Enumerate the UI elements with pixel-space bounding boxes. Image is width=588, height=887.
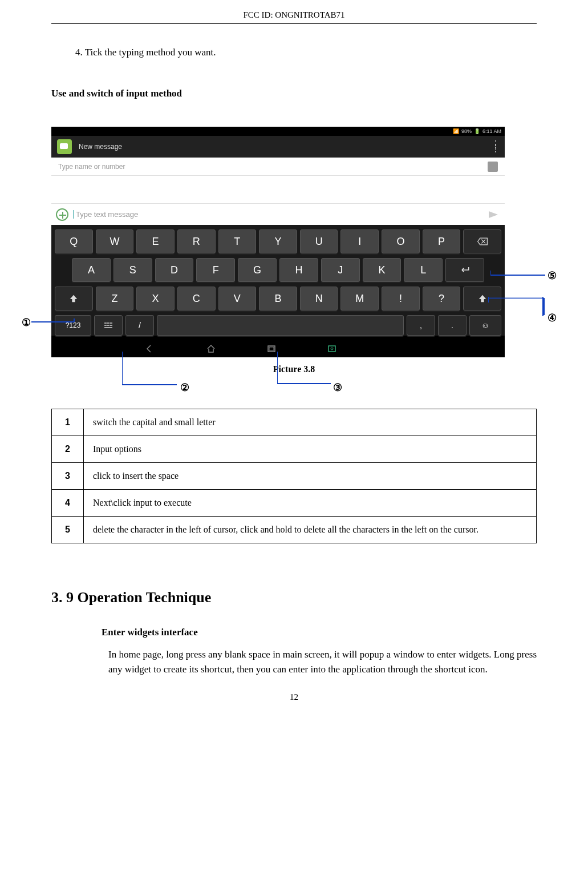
key-shift-right[interactable] — [463, 287, 501, 311]
callout-3: ③ — [333, 381, 342, 394]
key-o[interactable]: O — [382, 229, 420, 253]
key-s[interactable]: S — [113, 258, 152, 282]
table-row: 3 click to insert the space — [52, 463, 537, 490]
table-row: 2 Input options — [52, 436, 537, 463]
svg-rect-8 — [104, 322, 107, 324]
compose-bar: Type text message — [51, 203, 505, 225]
key-slash[interactable]: / — [125, 315, 154, 336]
keyboard-row-4: ?123 / , . ☺ — [55, 315, 501, 336]
body-paragraph: In home page, long press any blank space… — [108, 647, 537, 676]
key-v[interactable]: V — [218, 287, 257, 311]
key-w[interactable]: W — [96, 229, 134, 253]
key-question[interactable]: ? — [423, 287, 461, 311]
send-icon[interactable] — [489, 211, 498, 218]
shift-icon — [68, 294, 79, 303]
figure-caption: Picture 3.8 — [51, 364, 537, 374]
contact-picker-icon[interactable] — [488, 162, 498, 172]
key-n[interactable]: N — [300, 287, 338, 311]
key-f[interactable]: F — [196, 258, 235, 282]
legend-num: 5 — [52, 517, 84, 543]
legend-num: 2 — [52, 436, 84, 463]
status-time: 6:11 AM — [482, 128, 501, 134]
key-j[interactable]: J — [321, 258, 360, 282]
nav-bar — [51, 340, 505, 357]
key-space[interactable] — [157, 315, 404, 336]
recipient-placeholder: Type name or number — [58, 163, 488, 171]
legend-table: 1 switch the capital and small letter 2 … — [51, 409, 537, 543]
key-i[interactable]: I — [340, 229, 379, 253]
sub-heading: Enter widgets interface — [102, 627, 537, 638]
key-comma[interactable]: , — [407, 315, 435, 336]
callout-5: ⑤ — [548, 269, 557, 282]
key-period[interactable]: . — [438, 315, 467, 336]
page-header: FCC ID: ONGNITROTAB71 — [51, 0, 537, 24]
key-input-options[interactable] — [94, 315, 123, 336]
key-b[interactable]: B — [259, 287, 297, 311]
nav-recent-icon[interactable] — [267, 345, 276, 353]
svg-rect-12 — [107, 325, 110, 326]
key-p[interactable]: P — [423, 229, 461, 253]
app-bar: New message ⋮⋮ — [51, 136, 505, 158]
backspace-icon — [477, 237, 488, 246]
key-l[interactable]: L — [404, 258, 443, 282]
legend-desc: Next\click input to execute — [84, 490, 537, 517]
step-text: 4. Tick the typing method you want. — [75, 47, 537, 58]
key-m[interactable]: M — [340, 287, 379, 311]
svg-rect-11 — [104, 325, 107, 326]
key-r[interactable]: R — [177, 229, 216, 253]
key-h[interactable]: H — [279, 258, 318, 282]
callout-1: ① — [22, 316, 31, 329]
key-k[interactable]: K — [363, 258, 402, 282]
keyboard-row-1: Q W E R T Y U I O P — [55, 229, 501, 253]
callout-2: ② — [180, 381, 189, 394]
table-row: 1 switch the capital and small letter — [52, 409, 537, 436]
message-body-area — [51, 176, 505, 203]
legend-desc: click to insert the space — [84, 463, 537, 490]
key-enter[interactable] — [445, 258, 484, 282]
legend-num: 4 — [52, 490, 84, 517]
key-a[interactable]: A — [72, 258, 111, 282]
messaging-icon[interactable] — [57, 139, 72, 154]
svg-rect-10 — [110, 322, 112, 324]
page-number: 12 — [0, 692, 588, 713]
key-u[interactable]: U — [300, 229, 338, 253]
app-title: New message — [79, 143, 484, 151]
key-c[interactable]: C — [177, 287, 216, 311]
enter-icon — [459, 265, 471, 275]
key-t[interactable]: T — [218, 229, 257, 253]
compose-placeholder[interactable]: Type text message — [73, 210, 484, 219]
key-d[interactable]: D — [155, 258, 194, 282]
key-backspace[interactable] — [463, 229, 501, 253]
section-heading: 3. 9 Operation Technique — [51, 589, 537, 606]
legend-desc: switch the capital and small letter — [84, 409, 537, 436]
add-attachment-icon[interactable] — [56, 208, 68, 221]
keyboard-row-2: A S D F G H J K L — [55, 258, 501, 282]
table-row: 5 delete the character in the left of cu… — [52, 517, 537, 543]
key-z[interactable]: Z — [96, 287, 134, 311]
key-g[interactable]: G — [238, 258, 277, 282]
callout-4: ④ — [548, 312, 557, 324]
key-y[interactable]: Y — [259, 229, 297, 253]
nav-screenshot-icon[interactable] — [327, 345, 336, 353]
key-x[interactable]: X — [136, 287, 175, 311]
settings-icon — [104, 321, 113, 329]
key-emoji[interactable]: ☺ — [469, 315, 501, 336]
fcc-id-text: FCC ID: ONGNITROTAB71 — [244, 10, 345, 19]
svg-rect-16 — [269, 347, 274, 350]
status-bar: 📶 98% 🔋 6:11 AM — [51, 127, 505, 136]
svg-rect-17 — [329, 346, 335, 352]
key-shift[interactable] — [55, 287, 93, 311]
soft-keyboard: Q W E R T Y U I O P A S D — [51, 225, 505, 336]
nav-back-icon[interactable] — [146, 345, 155, 353]
legend-desc: delete the character in the left of curs… — [84, 517, 537, 543]
content-area: 4. Tick the typing method you want. Use … — [51, 24, 537, 676]
key-exclaim[interactable]: ! — [382, 287, 420, 311]
battery-text: 98% — [461, 128, 472, 134]
key-q[interactable]: Q — [55, 229, 93, 253]
nav-home-icon[interactable] — [206, 345, 216, 353]
section-use-switch: Use and switch of input method — [51, 88, 537, 99]
key-e[interactable]: E — [136, 229, 175, 253]
recipient-field[interactable]: Type name or number — [51, 158, 505, 176]
overflow-menu-icon[interactable]: ⋮⋮ — [491, 142, 499, 151]
key-numsym[interactable]: ?123 — [55, 315, 91, 336]
